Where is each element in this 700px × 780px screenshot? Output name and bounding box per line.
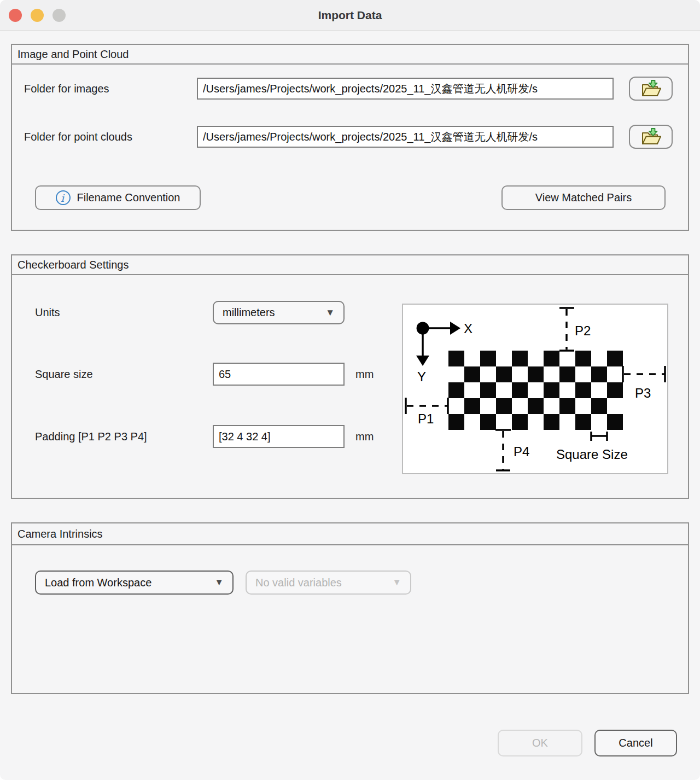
browse-images-folder-button[interactable] [629,77,673,101]
image-point-cloud-group: Image and Point Cloud Folder for images … [11,44,689,231]
filename-convention-label: Filename Convention [77,191,180,204]
square-size-unit-label: mm [355,363,374,386]
square-size-label: Square size [35,363,93,386]
padding-unit-label: mm [355,425,374,448]
folder-for-images-input[interactable] [197,78,614,100]
folder-for-point-clouds-label: Folder for point clouds [24,126,132,148]
image-point-cloud-group-title: Image and Point Cloud [12,45,688,65]
filename-convention-button[interactable]: i Filename Convention [35,185,201,210]
svg-text:P4: P4 [514,444,529,459]
chevron-down-icon: ▼ [214,577,224,588]
square-size-input[interactable] [213,363,345,386]
checkerboard-diagram-image: X Y P1 P2 P3 [403,305,667,473]
padding-input[interactable] [213,425,345,448]
intrinsics-source-dropdown[interactable]: Load from Workspace ▼ [35,571,234,595]
view-matched-pairs-label: View Matched Pairs [535,191,632,204]
view-matched-pairs-button[interactable]: View Matched Pairs [501,185,666,210]
checkerboard-diagram: X Y P1 P2 P3 [402,304,668,474]
title-bar: Import Data [0,0,700,31]
minimize-window-icon[interactable] [31,9,44,22]
intrinsics-variable-dropdown[interactable]: No valid variables ▼ [246,571,411,595]
units-label: Units [35,301,60,324]
window-controls [9,9,66,22]
checkerboard-settings-group-title: Checkerboard Settings [12,255,688,275]
open-folder-import-icon [639,127,662,147]
open-folder-import-icon [639,79,662,98]
camera-intrinsics-group: Camera Intrinsics Load from Workspace ▼ … [11,522,689,694]
close-window-icon[interactable] [9,9,22,22]
padding-label: Padding [P1 P2 P3 P4] [35,425,147,448]
units-dropdown[interactable]: millimeters ▼ [213,301,345,324]
browse-point-clouds-folder-button[interactable] [629,125,673,149]
ok-button[interactable]: OK [498,730,582,756]
svg-text:Square Size: Square Size [556,447,628,462]
svg-text:X: X [464,321,472,336]
svg-text:P2: P2 [575,323,591,338]
svg-text:P1: P1 [418,411,434,426]
chevron-down-icon: ▼ [325,307,335,318]
intrinsics-source-selected-value: Load from Workspace [45,577,151,589]
units-selected-value: millimeters [223,306,275,319]
import-data-dialog: Import Data Image and Point Cloud Folder… [0,0,700,780]
svg-text:Y: Y [417,369,426,384]
info-icon: i [56,190,71,205]
chevron-down-icon: ▼ [392,577,401,588]
intrinsics-variable-selected-value: No valid variables [255,577,342,589]
checkerboard-settings-group: Checkerboard Settings Units millimeters … [11,254,689,499]
dialog-title: Import Data [318,9,382,22]
camera-intrinsics-group-title: Camera Intrinsics [12,523,688,545]
zoom-window-icon[interactable] [52,9,66,22]
cancel-button[interactable]: Cancel [594,730,677,756]
folder-for-images-label: Folder for images [24,78,109,100]
svg-text:P3: P3 [635,386,651,400]
folder-for-point-clouds-input[interactable] [197,126,614,148]
